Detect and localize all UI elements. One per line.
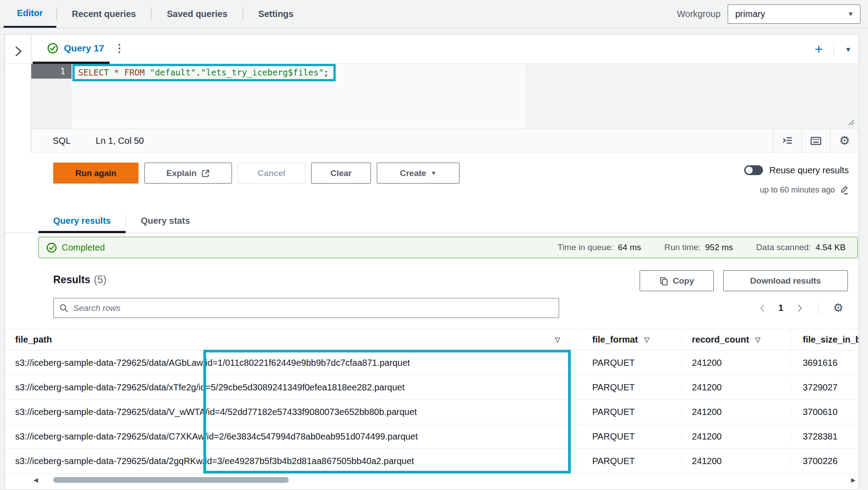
cell-file-path: s3://iceberg-sample-data-729625/data/C7X… (5, 431, 581, 442)
workgroup-select[interactable]: primary ▼ (728, 4, 860, 24)
chevron-right-icon (795, 304, 804, 313)
horizontal-scrollbar: ◀ ▶ (5, 475, 859, 486)
table-preferences-gear-icon[interactable]: ⚙ (833, 301, 843, 315)
keyboard-icon (810, 135, 822, 147)
workgroup-label: Workgroup (677, 9, 721, 19)
gear-icon: ⚙ (839, 134, 850, 148)
cell-record-count: 241200 (681, 407, 791, 417)
chevron-down-icon: ▼ (431, 170, 437, 176)
cell-file-format: PARQUET (581, 431, 681, 442)
chevron-left-icon (758, 304, 767, 313)
pencil-icon (839, 185, 849, 195)
next-page-button[interactable] (795, 304, 804, 313)
sql-keywords: SELECT * FROM (78, 67, 150, 77)
scrollbar-thumb[interactable] (53, 477, 289, 483)
cell-record-count: 241200 (681, 431, 791, 442)
toggle-knob (746, 167, 753, 174)
reuse-query-results-control: Reuse query results (744, 163, 849, 178)
results-tab-bar: Query results Query stats (5, 209, 859, 233)
tab-recent-queries[interactable]: Recent queries (57, 0, 151, 28)
editor-gutter: 1 (31, 64, 72, 129)
cell-file-size: 3729027 (791, 382, 859, 393)
column-header-record-count[interactable]: record_count ▽ (681, 329, 791, 350)
sql-dot: . (196, 67, 201, 77)
tab-query-stats[interactable]: Query stats (126, 209, 205, 233)
editor-print-margin (526, 64, 859, 129)
column-header-file-path[interactable]: file_path ▽ (5, 329, 581, 350)
query-tab[interactable]: Query 17 ⋮ (47, 42, 125, 54)
editor-settings-button[interactable]: ⚙ (830, 129, 859, 153)
scroll-left-arrow-icon[interactable]: ◀ (34, 477, 38, 483)
metric-data-scanned: Data scanned: 4.54 KB (756, 243, 846, 252)
results-header: Results(5) Copy Download results (5, 270, 859, 293)
query-actions: Run again Explain Cancel Clear Create ▼ (53, 163, 459, 184)
column-header-file-size[interactable]: file_size_in_b (791, 329, 859, 350)
search-rows-box[interactable] (53, 298, 559, 318)
sort-filter-icon[interactable]: ▽ (555, 336, 560, 344)
divider (818, 302, 819, 315)
cell-file-path: s3://iceberg-sample-data-729625/data/2gq… (5, 456, 581, 466)
download-results-button[interactable]: Download results (723, 270, 848, 291)
tab-query-results[interactable]: Query results (38, 209, 126, 233)
status-completed-label: Completed (62, 243, 105, 253)
results-count: (5) (94, 274, 106, 285)
sql-code-line[interactable]: SELECT * FROM "default"."lets_try_iceber… (72, 63, 336, 82)
table-row: s3://iceberg-sample-data-729625/data/V_w… (5, 400, 859, 424)
sql-string-table: "lets_try_iceberg$files" (201, 67, 324, 77)
results-toolbar: 1 ⚙ (5, 298, 859, 318)
editor-resize-handle[interactable] (846, 117, 855, 126)
tab-editor[interactable]: Editor (4, 0, 56, 28)
explain-button[interactable]: Explain (144, 163, 232, 184)
run-again-button[interactable]: Run again (53, 163, 139, 184)
clear-button[interactable]: Clear (311, 163, 371, 184)
query-status-banner: Completed Time in queue: 64 ms Run time:… (38, 237, 858, 258)
cell-record-count: 241200 (681, 358, 791, 368)
tab-saved-queries[interactable]: Saved queries (152, 0, 243, 28)
cell-file-format: PARQUET (581, 456, 681, 466)
cell-record-count: 241200 (681, 382, 791, 393)
previous-page-button[interactable] (758, 304, 767, 313)
cell-file-size: 3691616 (791, 358, 859, 368)
edit-duration-button[interactable] (839, 185, 849, 195)
table-header-row: file_path ▽ file_format ▽ record_count ▽… (5, 329, 859, 351)
cell-file-path: s3://iceberg-sample-data-729625/data/AGb… (5, 358, 581, 368)
editor-status-bar: SQL Ln 1, Col 50 ⚙ (31, 129, 859, 153)
cell-file-path: s3://iceberg-sample-data-729625/data/V_w… (5, 407, 581, 417)
reuse-results-toggle[interactable] (744, 165, 763, 175)
query-tab-menu-icon[interactable]: ⋮ (114, 42, 125, 54)
format-query-button[interactable] (773, 129, 801, 153)
copy-button[interactable]: Copy (640, 270, 714, 291)
copy-icon (659, 276, 668, 285)
resize-grip-icon (846, 117, 855, 126)
table-row: s3://iceberg-sample-data-729625/data/C7X… (5, 424, 859, 449)
reuse-results-duration: up to 60 minutes ago (760, 185, 849, 195)
reuse-results-label: Reuse query results (769, 165, 849, 176)
success-check-icon (47, 42, 59, 54)
cancel-button[interactable]: Cancel (238, 163, 305, 184)
cell-file-format: PARQUET (581, 407, 681, 417)
tab-list-dropdown-icon[interactable]: ▼ (845, 46, 851, 53)
create-dropdown-button[interactable]: Create ▼ (377, 163, 459, 184)
workgroup-control: Workgroup primary ▼ (677, 0, 860, 28)
pagination: 1 ⚙ (758, 298, 843, 318)
query-editor-panel: Query 17 ⋮ + ▼ 1 SELECT * FROM "default"… (4, 34, 859, 490)
new-query-tab-button[interactable]: + (814, 42, 823, 56)
annotation-box-sql: SELECT * FROM "default"."lets_try_iceber… (72, 64, 336, 81)
search-icon (59, 303, 69, 313)
search-rows-input[interactable] (73, 303, 553, 313)
sort-filter-icon[interactable]: ▽ (644, 336, 649, 344)
metric-run-time: Run time: 952 ms (664, 243, 733, 252)
keyboard-shortcuts-button[interactable] (801, 129, 830, 153)
tab-settings[interactable]: Settings (243, 0, 309, 28)
column-header-file-format[interactable]: file_format ▽ (581, 329, 681, 350)
current-page-number: 1 (779, 303, 784, 313)
cell-file-size: 3728381 (791, 431, 859, 442)
sort-filter-icon[interactable]: ▽ (755, 336, 761, 344)
table-row: s3://iceberg-sample-data-729625/data/2gq… (5, 449, 859, 473)
cell-file-size: 3700610 (791, 407, 859, 417)
scroll-right-arrow-icon[interactable]: ▶ (851, 477, 855, 483)
sql-editor[interactable]: 1 SELECT * FROM "default"."lets_try_iceb… (31, 64, 859, 129)
workgroup-value: primary (735, 9, 765, 19)
query-tab-title: Query 17 (64, 43, 104, 54)
cell-file-format: PARQUET (581, 358, 681, 368)
